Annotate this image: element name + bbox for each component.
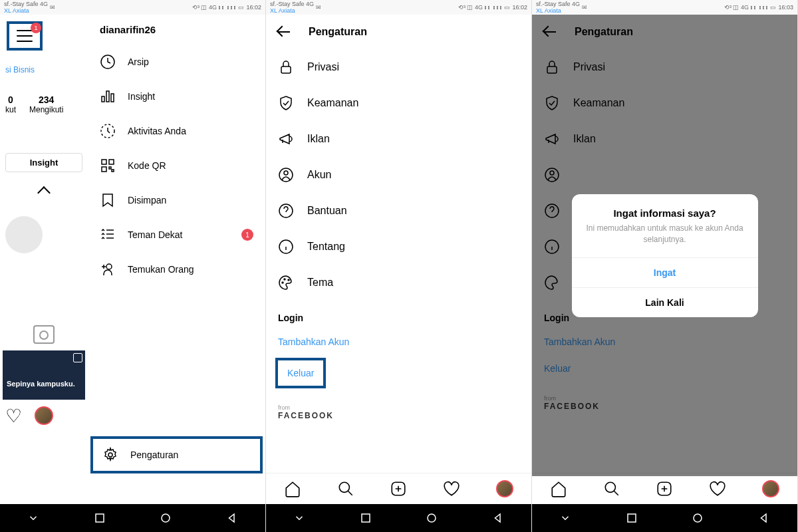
shield-icon — [278, 95, 294, 111]
profile-avatar-small[interactable] — [35, 406, 53, 425]
time-text: 16:02 — [512, 4, 527, 11]
menu-item-insight[interactable]: Insight — [88, 79, 265, 114]
search-icon[interactable] — [337, 480, 354, 497]
settings-item-ads[interactable]: Iklan — [266, 121, 531, 157]
logout-highlight[interactable]: Keluar — [275, 358, 326, 388]
phone-2: sf.-Stay Safe 4G XL Axiata ✉ ⟲³ ◫ 4G ⫾⫾ … — [266, 0, 532, 532]
nav-down-icon[interactable] — [293, 512, 305, 524]
time-text: 16:02 — [246, 4, 261, 11]
svg-point-13 — [284, 171, 288, 175]
home-icon[interactable] — [550, 480, 567, 497]
mail-icon: ✉ — [582, 4, 587, 11]
chevron-up-icon[interactable] — [37, 186, 51, 200]
close-friends-icon — [100, 227, 116, 243]
menu-item-archive[interactable]: Arsip — [88, 45, 265, 79]
business-link[interactable]: si Bisnis — [0, 57, 88, 82]
settings-item-about[interactable]: Tentang — [266, 229, 531, 265]
settings-item-security[interactable]: Keamanan — [266, 85, 531, 121]
settings-highlight[interactable]: Pengaturan — [90, 436, 263, 473]
menu-item-discover[interactable]: Temukan Orang — [88, 252, 265, 287]
nav-home-icon[interactable] — [426, 512, 438, 524]
carrier-text: sf.-Stay Safe 4G — [270, 1, 314, 7]
insight-button[interactable]: Insight — [5, 153, 82, 172]
dialog-title: Ingat informasi saya? — [572, 194, 758, 223]
post-thumbnail[interactable]: Sepinya kampusku. — [3, 350, 85, 400]
svg-point-7 — [106, 264, 112, 269]
back-arrow-icon[interactable] — [277, 24, 293, 40]
qr-icon — [100, 158, 116, 174]
discover-people-icon — [100, 261, 116, 277]
android-nav-bar — [0, 504, 265, 532]
multi-post-icon — [73, 353, 82, 362]
settings-item-theme[interactable]: Tema — [266, 265, 531, 301]
like-row — [0, 400, 88, 432]
nav-down-icon[interactable] — [559, 512, 571, 524]
nav-home-icon[interactable] — [692, 512, 704, 524]
svg-rect-21 — [362, 514, 370, 522]
nav-back-icon[interactable] — [492, 512, 504, 524]
nav-recent-icon[interactable] — [94, 512, 106, 524]
activity-heart-icon[interactable] — [443, 480, 460, 497]
add-account-link[interactable]: Tambahkan Akun — [266, 329, 531, 355]
svg-rect-3 — [109, 160, 114, 164]
menu-item-close-friends[interactable]: Teman Dekat 1 — [88, 217, 265, 252]
menu-item-activity[interactable]: Aktivitas Anda — [88, 114, 265, 148]
menu-item-saved[interactable]: Disimpan — [88, 183, 265, 217]
profile-nav-icon[interactable] — [762, 480, 779, 497]
status-bar: sf.-Stay Safe 4G XL Axiata ✉ ⟲³ ◫ 4G ⫾⫾ … — [532, 0, 797, 15]
tagged-icon[interactable] — [33, 325, 55, 344]
nav-down-icon[interactable] — [27, 512, 39, 524]
remember-dialog: Ingat informasi saya? Ini memudahkan unt… — [572, 194, 758, 317]
story-highlight-placeholder[interactable] — [5, 216, 43, 253]
info-icon — [278, 239, 294, 255]
palette-icon — [278, 275, 294, 291]
dialog-later-button[interactable]: Lain Kali — [572, 287, 758, 317]
settings-item-account[interactable]: Akun — [266, 157, 531, 193]
add-post-icon[interactable] — [390, 480, 407, 497]
phone-3: sf.-Stay Safe 4G XL Axiata ✉ ⟲³ ◫ 4G ⫾⫾ … — [532, 0, 798, 532]
header: Pengaturan — [266, 15, 531, 49]
stat-followers[interactable]: 0 kut — [5, 94, 16, 114]
content: Pengaturan Privasi Keamanan Iklan — [532, 15, 797, 504]
signal-icon: ⟲³ ◫ 4G ⫾⫾ ⫾⫾⫾ ▭ — [724, 4, 777, 11]
profile-nav-icon[interactable] — [496, 480, 513, 497]
heart-icon[interactable] — [5, 407, 23, 424]
activity-heart-icon[interactable] — [709, 480, 726, 497]
carrier-text: sf.-Stay Safe 4G — [536, 1, 580, 7]
status-bar: sf.-Stay Safe 4G XL Axiata ✉ ⟲³ ◫ 4G ⫾⫾ … — [266, 0, 531, 15]
bottom-nav — [532, 473, 797, 504]
nav-back-icon[interactable] — [758, 512, 770, 524]
stats-row: 0 kut 234 Mengikuti — [0, 82, 88, 126]
svg-rect-6 — [112, 170, 114, 172]
svg-point-16 — [282, 282, 283, 283]
svg-rect-5 — [109, 167, 111, 169]
side-menu: dianarifin26 Arsip Insight Aktivitas And… — [88, 15, 265, 504]
android-nav-bar — [532, 504, 797, 532]
signal-icon: ⟲³ ◫ 4G ⫾⫾ ⫾⫾⫾ ▭ — [458, 4, 511, 11]
dialog-remember-button[interactable]: Ingat — [572, 257, 758, 287]
nav-back-icon[interactable] — [226, 512, 238, 524]
home-icon[interactable] — [284, 480, 301, 497]
settings-list: Privasi Keamanan Iklan Akun Bantuan Tent… — [266, 49, 531, 473]
svg-rect-30 — [628, 514, 636, 522]
nav-recent-icon[interactable] — [360, 512, 372, 524]
svg-point-17 — [284, 279, 285, 280]
menu-item-qr[interactable]: Kode QR — [88, 148, 265, 183]
stat-following[interactable]: 234 Mengikuti — [29, 94, 63, 114]
content: 1 si Bisnis 0 kut 234 Mengikuti Insight … — [0, 15, 265, 504]
mail-icon: ✉ — [316, 4, 321, 11]
account-icon — [278, 167, 294, 183]
insight-icon — [100, 88, 116, 104]
svg-point-10 — [162, 514, 170, 522]
settings-item-help[interactable]: Bantuan — [266, 193, 531, 229]
status-bar: sf.-Stay Safe 4G XL Axiata ✉ ⟲³ ◫ 4G ⫾⫾ … — [0, 0, 265, 15]
svg-point-28 — [605, 482, 615, 492]
nav-recent-icon[interactable] — [626, 512, 638, 524]
logout-link: Keluar — [287, 368, 314, 378]
settings-item-privacy[interactable]: Privasi — [266, 49, 531, 85]
search-icon[interactable] — [603, 480, 620, 497]
nav-home-icon[interactable] — [160, 512, 172, 524]
svg-rect-11 — [281, 66, 291, 73]
menu-icon[interactable] — [17, 30, 33, 42]
add-post-icon[interactable] — [656, 480, 673, 497]
